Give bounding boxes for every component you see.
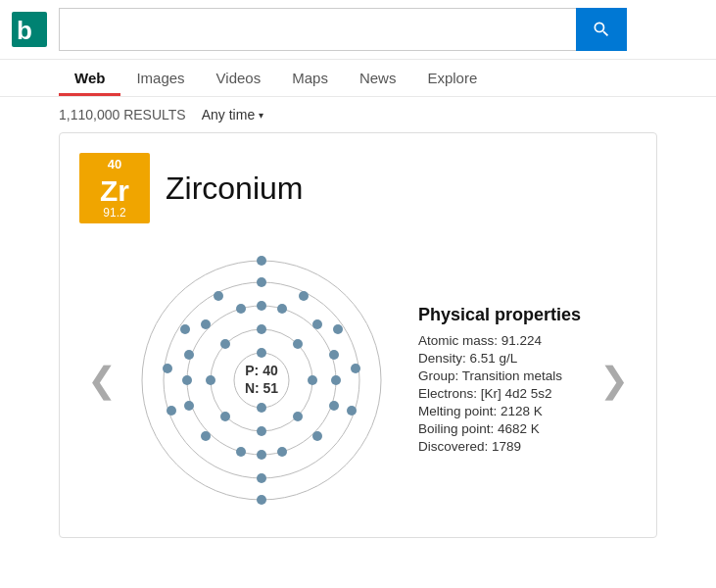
svg-point-34 xyxy=(236,304,246,314)
property-discovered: Discovered: 1789 xyxy=(418,439,592,454)
property-electrons: Electrons: [Kr] 4d2 5s2 xyxy=(418,386,592,401)
properties-panel: Physical properties Atomic mass: 91.224 … xyxy=(399,305,592,457)
svg-point-15 xyxy=(257,426,266,436)
tab-images[interactable]: Images xyxy=(120,60,200,96)
tab-explore[interactable]: Explore xyxy=(411,60,493,96)
svg-point-43 xyxy=(180,324,190,334)
property-atomic-mass: Atomic mass: 91.224 xyxy=(418,333,592,348)
atom-section: ❮ P: 40 N: 51 xyxy=(79,243,637,517)
search-box: zr element xyxy=(59,8,627,51)
svg-point-29 xyxy=(201,431,211,441)
svg-point-16 xyxy=(220,412,230,421)
tab-news[interactable]: News xyxy=(344,60,412,96)
element-number: 40 xyxy=(79,157,150,172)
svg-point-40 xyxy=(214,291,223,301)
svg-point-13 xyxy=(308,375,317,385)
svg-point-44 xyxy=(257,473,266,483)
knowledge-card: 40 Zr 91.2 Zirconium ❮ P: 40 xyxy=(59,132,657,538)
svg-point-38 xyxy=(351,364,360,373)
svg-text:N: 51: N: 51 xyxy=(245,380,278,396)
property-group: Group: Transition metals xyxy=(418,368,592,383)
svg-point-35 xyxy=(257,277,266,287)
svg-point-14 xyxy=(293,412,303,421)
svg-point-45 xyxy=(257,256,266,266)
tab-maps[interactable]: Maps xyxy=(276,60,344,96)
svg-point-20 xyxy=(277,304,287,314)
svg-point-27 xyxy=(257,450,266,460)
svg-point-26 xyxy=(277,447,287,457)
element-mass: 91.2 xyxy=(79,206,150,220)
svg-point-19 xyxy=(257,301,266,311)
carousel-left[interactable]: ❮ xyxy=(79,360,124,401)
svg-point-25 xyxy=(312,431,322,441)
element-symbol: Zr xyxy=(100,174,129,208)
main-content: 40 Zr 91.2 Zirconium ❮ P: 40 xyxy=(0,132,716,558)
svg-point-10 xyxy=(257,403,266,413)
results-bar: 1,110,000 RESULTS Any time ▾ xyxy=(0,97,716,132)
svg-point-22 xyxy=(329,350,339,360)
filter-arrow-icon: ▾ xyxy=(259,110,263,121)
bing-logo: b xyxy=(12,12,47,47)
svg-point-17 xyxy=(206,375,215,385)
svg-text:b: b xyxy=(17,16,32,45)
svg-point-9 xyxy=(257,348,266,358)
svg-text:P: 40: P: 40 xyxy=(245,363,278,378)
search-input[interactable]: zr element xyxy=(59,8,576,51)
svg-point-21 xyxy=(312,319,322,329)
svg-point-42 xyxy=(167,406,176,416)
svg-point-36 xyxy=(299,291,309,301)
element-tile: 40 Zr 91.2 xyxy=(79,153,150,223)
svg-point-30 xyxy=(184,401,194,411)
svg-point-23 xyxy=(331,375,341,385)
search-icon xyxy=(592,20,611,39)
svg-point-12 xyxy=(293,339,303,349)
svg-point-31 xyxy=(182,375,192,385)
svg-point-11 xyxy=(257,324,266,334)
svg-point-24 xyxy=(329,401,339,411)
svg-point-39 xyxy=(347,406,357,416)
results-count: 1,110,000 RESULTS xyxy=(59,107,186,122)
tab-web[interactable]: Web xyxy=(59,60,120,96)
header: b zr element xyxy=(0,0,716,60)
svg-point-28 xyxy=(236,447,246,457)
atom-diagram: P: 40 N: 51 xyxy=(124,243,399,517)
element-header: 40 Zr 91.2 Zirconium xyxy=(79,153,637,223)
element-name: Zirconium xyxy=(166,171,303,207)
search-button[interactable] xyxy=(576,8,627,51)
tab-videos[interactable]: Videos xyxy=(201,60,277,96)
nav-tabs: Web Images Videos Maps News Explore xyxy=(0,60,716,97)
svg-point-33 xyxy=(201,319,211,329)
property-melting: Melting point: 2128 K xyxy=(418,404,592,418)
property-boiling: Boiling point: 4682 K xyxy=(418,421,592,436)
svg-point-18 xyxy=(220,339,230,349)
properties-title: Physical properties xyxy=(418,305,592,325)
properties-list: Atomic mass: 91.224 Density: 6.51 g/L Gr… xyxy=(418,333,592,454)
svg-point-37 xyxy=(333,324,343,334)
svg-point-32 xyxy=(184,350,194,360)
carousel-right[interactable]: ❯ xyxy=(592,360,637,401)
svg-point-46 xyxy=(257,495,266,505)
filter-label: Any time xyxy=(202,107,255,122)
svg-point-41 xyxy=(163,364,172,373)
property-density: Density: 6.51 g/L xyxy=(418,351,592,366)
time-filter[interactable]: Any time ▾ xyxy=(202,107,263,122)
